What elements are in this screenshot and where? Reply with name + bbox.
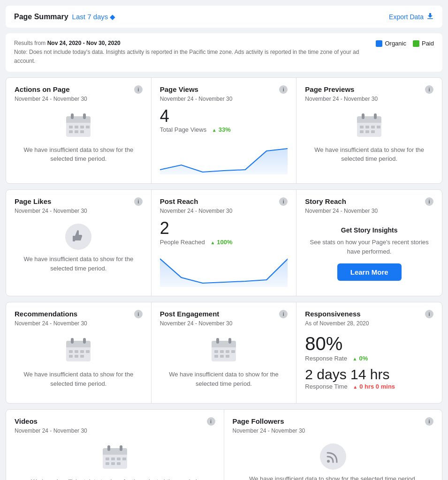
- legend: Organic Paid: [376, 40, 434, 47]
- period-selector[interactable]: Last 7 days ◆: [72, 13, 116, 21]
- legend-paid: Paid: [413, 40, 434, 47]
- reach-date: November 24 - November 30: [160, 208, 288, 214]
- eng-date: November 24 - November 30: [160, 320, 288, 327]
- rec-title: Recommendations: [15, 310, 77, 318]
- reach-trend-arrow: [210, 239, 215, 246]
- svg-rect-11: [75, 130, 78, 133]
- svg-rect-21: [377, 126, 380, 128]
- svg-rect-55: [106, 458, 109, 460]
- reach-info-icon[interactable]: i: [279, 197, 288, 206]
- likes-title: Page Likes: [15, 197, 51, 205]
- svg-rect-17: [374, 113, 377, 119]
- reach-label-wrap: People Reached 100%: [160, 239, 288, 246]
- svg-rect-16: [362, 113, 364, 119]
- svg-rect-24: [371, 130, 375, 133]
- svg-rect-23: [365, 130, 369, 133]
- learn-more-button[interactable]: Learn More: [337, 263, 402, 281]
- actions-date: November 24 - November 30: [15, 96, 143, 102]
- svg-rect-49: [226, 355, 229, 358]
- svg-rect-34: [86, 350, 90, 353]
- rec-insufficient: We have insufficient data to show for th…: [15, 331, 143, 393]
- cell-story-header: Story Reach i: [305, 197, 433, 206]
- videos-insufficient: We have insufficient data to show for th…: [15, 439, 215, 480]
- response-time-label-wrap: Response Time 0 hrs 0 mins: [305, 383, 433, 390]
- svg-rect-48: [220, 355, 224, 358]
- previews-insufficient-text: We have insufficient data to show for th…: [305, 145, 433, 164]
- svg-rect-33: [80, 350, 84, 353]
- svg-rect-15: [357, 120, 381, 123]
- svg-rect-60: [111, 462, 115, 465]
- followers-insufficient-text: We have insufficient data to show for th…: [249, 474, 417, 480]
- views-trend-arrow: [212, 126, 217, 133]
- eng-insufficient: We have insufficient data to show for th…: [160, 331, 288, 393]
- rec-info-icon[interactable]: i: [134, 310, 143, 318]
- reach-chart: [160, 249, 288, 288]
- cell-recommendations: Recommendations i November 24 - November…: [6, 302, 152, 403]
- page-container: Page Summary Last 7 days ◆ Export Data R…: [0, 0, 448, 480]
- actions-info-icon[interactable]: i: [134, 85, 143, 94]
- views-label: Total Page Views: [160, 126, 207, 133]
- paid-label: Paid: [422, 40, 434, 47]
- previews-info-icon[interactable]: i: [425, 85, 433, 94]
- story-promo-title: Get Story Insights: [341, 226, 398, 234]
- followers-title: Page Followers: [233, 417, 284, 425]
- svg-rect-10: [69, 130, 73, 133]
- svg-rect-61: [117, 462, 121, 465]
- likes-insufficient: We have insufficient data to show for th…: [15, 219, 143, 278]
- story-title: Story Reach: [305, 197, 346, 205]
- period-chevron-icon: ◆: [110, 13, 115, 21]
- svg-rect-37: [80, 355, 84, 358]
- previews-date: November 24 - November 30: [305, 96, 433, 102]
- calendar-icon-previews: [355, 112, 383, 140]
- response-time-value: 2 days 14 hrs: [305, 367, 433, 382]
- paid-dot: [413, 40, 419, 47]
- svg-rect-45: [226, 350, 229, 353]
- svg-rect-22: [360, 130, 364, 133]
- followers-insufficient: We have insufficient data to show for th…: [233, 439, 434, 480]
- story-reach-promo: Get Story Insights See stats on how your…: [305, 219, 433, 288]
- followers-info-icon[interactable]: i: [425, 417, 433, 426]
- videos-info-icon[interactable]: i: [207, 417, 215, 426]
- export-button[interactable]: Export Data: [389, 12, 434, 21]
- svg-rect-56: [111, 458, 115, 460]
- reach-value: 2: [160, 219, 288, 238]
- cell-post-reach: Post Reach i November 24 - November 30 2…: [152, 190, 297, 296]
- response-time-label: Response Time: [305, 383, 347, 390]
- export-label: Export Data: [389, 13, 424, 21]
- svg-rect-31: [69, 350, 73, 353]
- cell-views-header: Page Views i: [160, 85, 288, 94]
- views-trend: 33%: [219, 126, 231, 133]
- page-header: Page Summary Last 7 days ◆ Export Data: [6, 6, 442, 28]
- story-info-icon[interactable]: i: [425, 197, 433, 206]
- date-range: Nov 24, 2020 - Nov 30, 2020: [47, 40, 121, 46]
- previews-insufficient: We have insufficient data to show for th…: [305, 107, 433, 168]
- views-label-wrap: Total Page Views 33%: [160, 126, 288, 133]
- svg-rect-20: [371, 126, 375, 128]
- date-range-line: Results from Nov 24, 2020 - Nov 30, 2020: [14, 39, 366, 48]
- views-date: November 24 - November 30: [160, 96, 288, 102]
- svg-rect-35: [69, 355, 73, 358]
- note-text: Note: Does not include today's data. Ins…: [14, 48, 366, 66]
- svg-rect-36: [75, 355, 78, 358]
- svg-rect-46: [231, 350, 235, 353]
- cell-actions-on-page: Actions on Page i November 24 - November…: [6, 78, 152, 184]
- svg-rect-41: [216, 338, 219, 344]
- videos-title: Videos: [15, 417, 38, 425]
- cell-previews-header: Page Previews i: [305, 85, 433, 94]
- svg-rect-30: [83, 338, 86, 344]
- svg-rect-3: [66, 120, 91, 123]
- likes-info-icon[interactable]: i: [134, 197, 143, 206]
- cell-rec-header: Recommendations i: [15, 310, 143, 318]
- likes-insufficient-text: We have insufficient data to show for th…: [15, 255, 143, 273]
- svg-rect-0: [427, 18, 433, 19]
- eng-info-icon[interactable]: i: [279, 310, 288, 318]
- thumbs-up-icon: [65, 224, 91, 250]
- views-info-icon[interactable]: i: [279, 85, 288, 94]
- svg-rect-42: [228, 338, 231, 344]
- response-rate-label: Response Rate: [305, 355, 347, 362]
- actions-insufficient: We have insufficient data to show for th…: [15, 107, 143, 168]
- grid-row-1: Actions on Page i November 24 - November…: [6, 77, 442, 184]
- resp-info-icon[interactable]: i: [425, 310, 433, 318]
- download-icon: [426, 12, 434, 21]
- svg-rect-4: [71, 113, 74, 119]
